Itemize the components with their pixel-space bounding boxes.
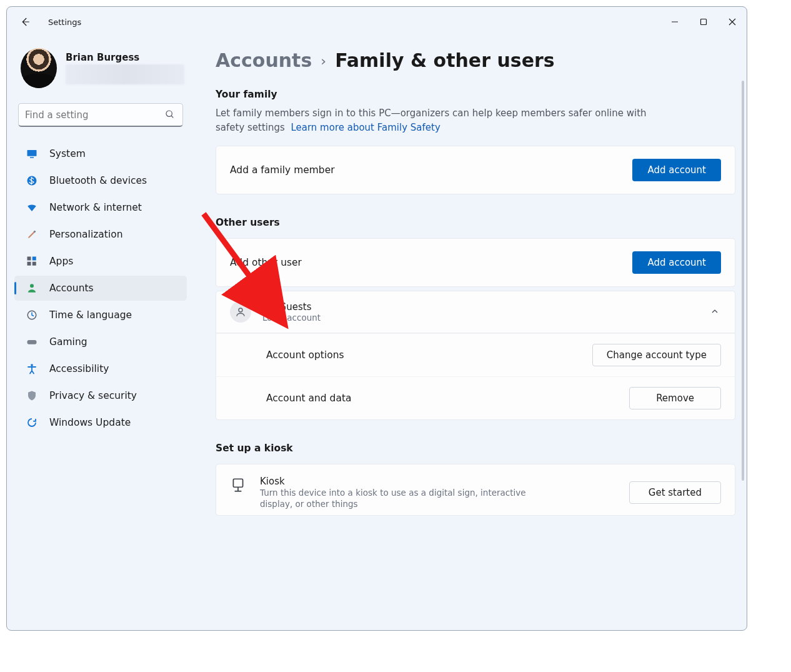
- chevron-right-icon: ›: [321, 53, 326, 69]
- sidebar-item-privacy[interactable]: Privacy & security: [14, 383, 187, 408]
- section-title: Your family: [216, 89, 735, 100]
- search-box[interactable]: [18, 103, 183, 127]
- main-content: Accounts › Family & other users Your fam…: [194, 37, 747, 630]
- person-icon: [26, 282, 38, 294]
- svg-point-12: [30, 284, 34, 288]
- sidebar-item-system[interactable]: System: [14, 141, 187, 166]
- section-kiosk: Set up a kiosk Kiosk Turn this device in…: [216, 443, 735, 516]
- family-safety-link[interactable]: Learn more about Family Safety: [291, 122, 440, 133]
- sidebar-item-label: Gaming: [49, 336, 87, 348]
- search-icon: [165, 109, 176, 121]
- svg-rect-9: [32, 257, 36, 261]
- sidebar-item-apps[interactable]: Apps: [14, 249, 187, 274]
- svg-line-3: [171, 116, 173, 118]
- other-user-card: My Guests Local account Account options …: [216, 291, 735, 420]
- section-other-users: Other users Add other user Add account M…: [216, 217, 735, 420]
- account-options-row: Account options Change account type: [216, 333, 735, 376]
- sidebar-item-windows-update[interactable]: Windows Update: [14, 410, 187, 435]
- change-account-type-button[interactable]: Change account type: [592, 344, 721, 366]
- sidebar-item-label: System: [49, 148, 86, 159]
- add-other-user-label: Add other user: [230, 257, 302, 268]
- sidebar-item-bluetooth[interactable]: Bluetooth & devices: [14, 168, 187, 193]
- breadcrumb-parent[interactable]: Accounts: [216, 49, 312, 71]
- add-other-account-button[interactable]: Add account: [632, 251, 721, 274]
- svg-rect-1: [701, 19, 707, 25]
- paintbrush-icon: [26, 228, 38, 241]
- avatar: [21, 48, 57, 88]
- sidebar-item-label: Accounts: [49, 283, 94, 294]
- add-family-member-label: Add a family member: [230, 164, 335, 176]
- account-and-data-row: Account and data Remove: [216, 376, 735, 419]
- add-other-user-card: Add other user Add account: [216, 238, 735, 287]
- sidebar-item-label: Personalization: [49, 229, 123, 240]
- svg-rect-8: [27, 257, 31, 261]
- window-maximize-button[interactable]: [689, 11, 718, 33]
- app-title: Settings: [48, 18, 81, 27]
- sidebar-item-network[interactable]: Network & internet: [14, 195, 187, 220]
- add-family-member-card: Add a family member Add account: [216, 146, 735, 194]
- apps-icon: [26, 255, 38, 268]
- remove-account-button[interactable]: Remove: [629, 387, 721, 409]
- svg-rect-14: [27, 340, 37, 344]
- profile-name: Brian Burgess: [66, 52, 184, 63]
- sidebar-item-accessibility[interactable]: Accessibility: [14, 356, 187, 381]
- profile-email-redacted: [66, 64, 184, 84]
- page-title: Family & other users: [335, 49, 555, 71]
- kiosk-get-started-button[interactable]: Get started: [629, 481, 721, 504]
- window-close-button[interactable]: [718, 11, 747, 33]
- settings-window: Settings Brian Burgess: [6, 6, 747, 631]
- breadcrumb: Accounts › Family & other users: [216, 49, 735, 71]
- kiosk-row-title: Kiosk: [260, 476, 617, 487]
- sidebar-item-label: Windows Update: [49, 417, 131, 428]
- account-options-label: Account options: [266, 349, 344, 361]
- sidebar-item-label: Time & language: [49, 309, 132, 321]
- sidebar-item-gaming[interactable]: Gaming: [14, 329, 187, 354]
- other-user-name: My Guests: [262, 301, 699, 313]
- sidebar-item-label: Network & internet: [49, 202, 142, 213]
- kiosk-card: Kiosk Turn this device into a kiosk to u…: [216, 464, 735, 516]
- kiosk-row-description: Turn this device into a kiosk to use as …: [260, 487, 560, 511]
- svg-point-16: [239, 308, 242, 312]
- clock-globe-icon: [26, 309, 38, 321]
- svg-rect-4: [27, 150, 37, 156]
- other-user-type: Local account: [262, 313, 699, 323]
- sidebar-item-time-language[interactable]: Time & language: [14, 303, 187, 328]
- bluetooth-icon: [26, 174, 38, 187]
- scrollbar[interactable]: [742, 81, 744, 481]
- svg-rect-10: [27, 262, 31, 266]
- update-icon: [26, 416, 38, 429]
- sidebar-item-personalization[interactable]: Personalization: [14, 222, 187, 247]
- svg-rect-5: [30, 157, 34, 158]
- sidebar-item-label: Apps: [49, 256, 73, 267]
- account-and-data-label: Account and data: [266, 393, 352, 404]
- svg-rect-17: [233, 479, 242, 487]
- sidebar: Brian Burgess System Bluetooth & devices: [7, 37, 194, 630]
- svg-point-15: [31, 364, 33, 366]
- window-minimize-button[interactable]: [660, 11, 689, 33]
- titlebar: Settings: [7, 7, 747, 37]
- kiosk-icon: [230, 477, 247, 494]
- sidebar-item-label: Accessibility: [49, 363, 109, 374]
- accessibility-icon: [26, 363, 38, 375]
- search-input[interactable]: [25, 109, 165, 121]
- wifi-icon: [26, 201, 38, 214]
- person-icon: [230, 301, 251, 323]
- monitor-icon: [26, 148, 38, 160]
- svg-rect-11: [32, 262, 36, 266]
- add-family-account-button[interactable]: Add account: [632, 159, 721, 181]
- section-title: Set up a kiosk: [216, 443, 735, 454]
- other-user-header[interactable]: My Guests Local account: [216, 291, 735, 333]
- shield-icon: [26, 389, 38, 402]
- gamepad-icon: [26, 336, 38, 348]
- profile-block[interactable]: Brian Burgess: [9, 39, 192, 99]
- sidebar-item-label: Privacy & security: [49, 390, 137, 401]
- back-button[interactable]: [13, 10, 37, 34]
- section-title: Other users: [216, 217, 735, 228]
- sidebar-item-label: Bluetooth & devices: [49, 175, 147, 186]
- chevron-up-icon: [710, 306, 721, 318]
- nav: System Bluetooth & devices Network & int…: [9, 136, 192, 441]
- sidebar-item-accounts[interactable]: Accounts: [14, 276, 187, 301]
- section-your-family: Your family Let family members sign in t…: [216, 89, 735, 194]
- svg-point-2: [166, 111, 172, 116]
- section-description: Let family members sign in to this PC—or…: [216, 106, 653, 136]
